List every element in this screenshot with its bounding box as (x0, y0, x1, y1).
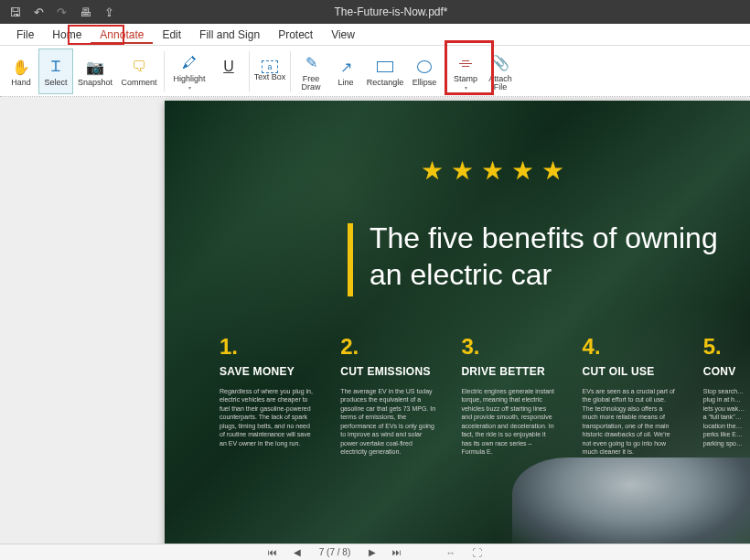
document-viewport[interactable]: ★ ★ ★ ★ ★ The five benefits of owning an… (0, 97, 750, 544)
star-icon: ★ (511, 156, 534, 186)
pencil-icon: ✎ (305, 51, 317, 75)
share-icon[interactable]: ⇪ (104, 5, 114, 19)
document-title: The-Future-is-Now.pdf* (114, 5, 668, 18)
line-icon: ↗ (340, 55, 352, 79)
menu-protect[interactable]: Protect (269, 26, 322, 44)
separator (445, 51, 445, 92)
tool-rectangle[interactable]: Rectangle (363, 48, 407, 94)
select-icon: Ꮖ (51, 55, 61, 79)
textbox-icon: a (262, 60, 278, 73)
hand-icon: ✋ (12, 55, 30, 79)
menu-bar: File Home Annotate Edit Fill and Sign Pr… (0, 24, 750, 46)
menu-fill-and-sign[interactable]: Fill and Sign (190, 26, 269, 44)
car-image (512, 458, 750, 544)
benefit-5: 5. CONV Stop search… plug in at h… lets … (703, 334, 750, 457)
page-headline: The five benefits of owning an electric … (348, 220, 732, 293)
print-icon[interactable]: 🖶 (80, 5, 91, 19)
title-bar: 🖫 ↶ ↷ 🖶 ⇪ The-Future-is-Now.pdf* (0, 0, 750, 24)
next-page-icon[interactable]: ▶ (365, 547, 380, 557)
tool-line[interactable]: ↗ Line (328, 48, 363, 94)
last-page-icon[interactable]: ⏭ (389, 547, 405, 557)
menu-edit[interactable]: Edit (153, 26, 190, 44)
menu-home[interactable]: Home (43, 26, 91, 44)
separator (164, 51, 165, 92)
fit-page-icon[interactable]: ⛶ (468, 547, 486, 558)
ellipse-icon (417, 55, 432, 79)
camera-icon: 📷 (86, 55, 104, 79)
save-icon[interactable]: 🖫 (9, 5, 21, 19)
highlight-icon: 🖍 (182, 51, 197, 75)
prev-page-icon[interactable]: ◀ (290, 547, 305, 557)
menu-file[interactable]: File (7, 26, 43, 44)
menu-view[interactable]: View (322, 26, 364, 44)
comment-icon: 🗨 (132, 55, 146, 79)
quick-access-toolbar: 🖫 ↶ ↷ 🖶 ⇪ (0, 5, 114, 19)
tool-select[interactable]: Ꮖ Select (38, 48, 73, 94)
benefit-4: 4. CUT OIL USE EVs are seen as a crucial… (583, 334, 678, 457)
separator (249, 51, 250, 92)
star-rating: ★ ★ ★ ★ ★ (421, 156, 564, 186)
separator (290, 51, 291, 92)
underline-icon: U (223, 55, 234, 79)
tool-underline[interactable]: U (211, 48, 246, 94)
stamp-icon: ⌯ (458, 51, 473, 75)
rectangle-icon (377, 55, 393, 79)
menu-annotate[interactable]: Annotate (91, 26, 153, 44)
star-icon: ★ (451, 156, 474, 186)
benefits-row: 1. SAVE MONEY Regardless of where you pl… (220, 334, 750, 457)
annotate-toolbar: ✋ Hand Ꮖ Select 📷 Snapshot 🗨 Comment 🖍 H… (0, 46, 750, 97)
star-icon: ★ (421, 156, 444, 186)
tool-attach-file[interactable]: 📎 Attach File (483, 48, 518, 94)
accent-bar (348, 223, 353, 296)
benefit-3: 3. DRIVE BETTER Electric engines generat… (461, 334, 556, 457)
chevron-down-icon: ▾ (465, 84, 467, 91)
benefit-2: 2. CUT EMISSIONS The average EV in the U… (340, 334, 435, 457)
benefit-1: 1. SAVE MONEY Regardless of where you pl… (220, 334, 315, 457)
undo-icon[interactable]: ↶ (34, 5, 44, 19)
tool-snapshot[interactable]: 📷 Snapshot (73, 48, 117, 94)
tool-freedraw[interactable]: ✎ Free Draw (294, 48, 328, 94)
star-icon: ★ (481, 156, 504, 186)
redo-icon[interactable]: ↷ (57, 5, 67, 19)
fit-width-icon[interactable]: ↔ (442, 547, 459, 558)
headline-text: The five benefits of owning an electric … (348, 220, 732, 293)
pdf-page: ★ ★ ★ ★ ★ The five benefits of owning an… (165, 101, 750, 544)
first-page-icon[interactable]: ⏮ (264, 547, 281, 557)
tool-ellipse[interactable]: Ellipse (407, 48, 442, 94)
tool-textbox[interactable]: a Text Box (252, 48, 287, 94)
tool-stamp[interactable]: ⌯ Stamp ▾ (448, 48, 483, 94)
star-icon: ★ (541, 156, 564, 186)
paperclip-icon: 📎 (491, 51, 509, 75)
tool-comment[interactable]: 🗨 Comment (117, 48, 161, 94)
tool-hand[interactable]: ✋ Hand (4, 48, 38, 94)
tool-highlight[interactable]: 🖍 Highlight ▾ (167, 48, 211, 94)
status-bar: ⏮ ◀ 7 (7 / 8) ▶ ⏭ ↔ ⛶ (0, 544, 750, 560)
page-indicator: 7 (7 / 8) (314, 547, 356, 557)
chevron-down-icon: ▾ (188, 84, 191, 91)
